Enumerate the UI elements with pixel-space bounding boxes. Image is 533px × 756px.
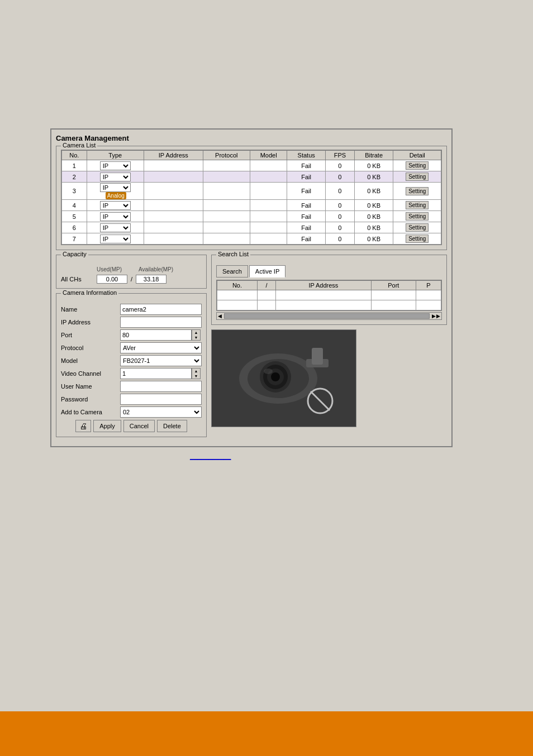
row-fps: 0	[325, 183, 354, 200]
capacity-sublabels: Used(MP) Available(MP)	[97, 266, 202, 272]
port-spinner: ▲ ▼	[192, 329, 201, 341]
camera-management-panel: Camera Management Camera List No. Type I…	[50, 128, 453, 447]
video-channel-input[interactable]	[120, 368, 192, 379]
scroll-left-arrow[interactable]: ◀	[218, 313, 222, 319]
below-panel-link[interactable]: ___________	[190, 452, 231, 460]
model-select[interactable]: FB2027-1 FB2027-2	[120, 355, 202, 366]
add-to-camera-select[interactable]: 01 02 03 04	[120, 406, 202, 418]
type-select-4[interactable]: IPAnalog	[100, 212, 131, 221]
type-select-0[interactable]: IPAnalog	[100, 161, 131, 170]
search-col-port: Port	[371, 281, 416, 290]
separator: /	[130, 276, 134, 283]
row-model	[250, 160, 287, 171]
apply-button[interactable]: Apply	[93, 420, 121, 432]
search-col-ip: IP Address	[276, 281, 372, 290]
capacity-label: Capacity	[61, 251, 88, 257]
scroll-thumb[interactable]	[224, 313, 430, 319]
setting-button-5[interactable]: Setting	[406, 223, 429, 232]
available-input[interactable]	[136, 275, 166, 284]
scroll-right-arrow1[interactable]: ▶	[432, 313, 436, 319]
row-detail[interactable]: Setting	[393, 211, 441, 222]
camera-info-label: Camera Information	[61, 289, 118, 296]
camera-table-wrapper[interactable]: No. Type IP Address Protocol Model Statu…	[61, 150, 442, 245]
username-label: User Name	[61, 383, 117, 390]
left-column: Capacity Used(MP) Available(MP) All CHs …	[56, 255, 207, 442]
setting-button-0[interactable]: Setting	[406, 161, 429, 170]
type-select-3[interactable]: IPAnalog	[100, 201, 131, 210]
horizontal-scrollbar[interactable]: ◀ ▶ ▶	[216, 312, 442, 320]
vc-spinner-up[interactable]: ▲	[192, 369, 200, 374]
setting-button-1[interactable]: Setting	[406, 173, 429, 181]
svg-rect-7	[312, 348, 323, 365]
row-model	[250, 211, 287, 222]
row-bitrate: 0 KB	[354, 200, 393, 211]
active-ip-tab[interactable]: Active IP	[249, 265, 285, 277]
ip-address-input[interactable]	[120, 317, 202, 328]
name-input[interactable]	[120, 304, 202, 315]
row-no: 7	[62, 233, 87, 245]
setting-button-3[interactable]: Setting	[406, 201, 429, 209]
right-column: Search List Search Active IP No.	[211, 255, 447, 442]
scroll-right-arrows[interactable]: ▶ ▶	[432, 313, 440, 319]
vc-spinner-down[interactable]: ▼	[192, 374, 200, 379]
row-ip	[144, 211, 203, 222]
row-status: Fail	[287, 211, 326, 222]
row-type[interactable]: IPAnalog	[87, 211, 144, 222]
row-detail[interactable]: Setting	[393, 233, 441, 245]
setting-button-2[interactable]: Setting	[406, 187, 429, 195]
table-row: 5IPAnalogFail00 KBSetting	[62, 211, 441, 222]
port-spinner-down[interactable]: ▼	[192, 335, 200, 340]
row-detail[interactable]: Setting	[393, 222, 441, 233]
delete-button[interactable]: Delete	[157, 420, 187, 432]
row-type[interactable]: IPAnalog	[87, 222, 144, 233]
search-list-label: Search List	[216, 251, 250, 257]
used-input[interactable]	[97, 275, 127, 284]
row-model	[250, 200, 287, 211]
type-select-5[interactable]: IPAnalog	[100, 223, 131, 232]
row-model	[250, 233, 287, 245]
protocol-select[interactable]: AVer ONVIF RTSP	[120, 342, 202, 353]
row-type[interactable]: IPAnalogAnalog	[87, 183, 144, 200]
scroll-right-arrow2[interactable]: ▶	[436, 313, 440, 319]
video-channel-label: Video Channel	[61, 370, 117, 377]
protocol-label: Protocol	[61, 344, 117, 351]
row-detail[interactable]: Setting	[393, 200, 441, 211]
row-type[interactable]: IPAnalog	[87, 160, 144, 171]
bottom-row: Capacity Used(MP) Available(MP) All CHs …	[56, 255, 447, 442]
empty-cell	[371, 290, 416, 300]
row-fps: 0	[325, 200, 354, 211]
password-label: Password	[61, 396, 117, 403]
port-spinner-up[interactable]: ▲	[192, 330, 200, 335]
table-row: 6IPAnalogFail00 KBSetting	[62, 222, 441, 233]
row-type[interactable]: IPAnalog	[87, 171, 144, 183]
row-type[interactable]: IPAnalog	[87, 200, 144, 211]
setting-button-4[interactable]: Setting	[406, 212, 429, 221]
empty-cell	[371, 300, 416, 310]
port-input[interactable]	[120, 329, 192, 341]
row-protocol	[203, 160, 250, 171]
cancel-button[interactable]: Cancel	[123, 420, 155, 432]
col-detail: Detail	[393, 151, 441, 160]
row-ip	[144, 160, 203, 171]
row-bitrate: 0 KB	[354, 222, 393, 233]
available-mp-label: Available(MP)	[139, 266, 173, 272]
row-no: 6	[62, 222, 87, 233]
search-tab[interactable]: Search	[216, 265, 248, 277]
row-detail[interactable]: Setting	[393, 160, 441, 171]
row-detail[interactable]: Setting	[393, 171, 441, 183]
type-select-1[interactable]: IPAnalog	[100, 173, 131, 181]
row-type[interactable]: IPAnalog	[87, 233, 144, 245]
row-detail[interactable]: Setting	[393, 183, 441, 200]
search-scroll[interactable]: No. / IP Address Port P	[216, 280, 442, 311]
type-select-6[interactable]: IPAnalog	[100, 235, 131, 243]
table-row	[217, 300, 441, 310]
used-mp-label: Used(MP)	[97, 266, 122, 272]
row-fps: 0	[325, 222, 354, 233]
setting-button-6[interactable]: Setting	[406, 235, 429, 243]
video-channel-spinner: ▲ ▼	[192, 368, 201, 379]
username-input[interactable]	[120, 381, 202, 392]
type-select-2[interactable]: IPAnalog	[100, 183, 131, 192]
print-button[interactable]: 🖨	[75, 420, 91, 432]
password-input[interactable]	[120, 394, 202, 405]
svg-point-5	[271, 372, 280, 381]
